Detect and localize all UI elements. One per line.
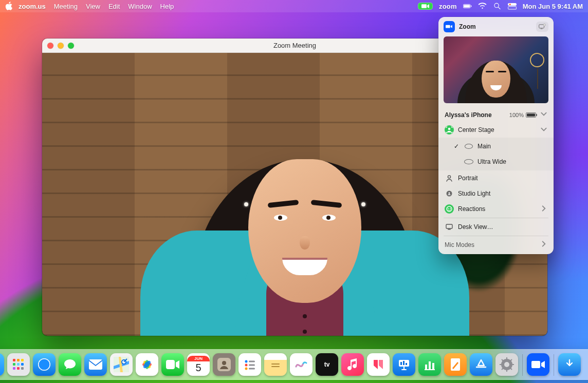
spotlight-icon[interactable] bbox=[493, 3, 502, 10]
svg-rect-59 bbox=[425, 369, 435, 370]
dock-finder[interactable]: 🙂 bbox=[0, 353, 4, 376]
svg-point-11 bbox=[448, 128, 451, 130]
svg-rect-20 bbox=[13, 359, 15, 361]
dock-settings[interactable] bbox=[495, 353, 518, 376]
desk-view-label: Desk View… bbox=[458, 223, 547, 231]
desk-view-icon bbox=[445, 222, 454, 232]
menubar-camera-active-indicator[interactable] bbox=[418, 3, 433, 10]
svg-rect-45 bbox=[249, 365, 255, 366]
reactions-row[interactable]: Reactions bbox=[438, 201, 554, 217]
zoom-app-icon bbox=[444, 21, 455, 32]
menu-meeting[interactable]: Meeting bbox=[54, 3, 78, 10]
svg-rect-43 bbox=[249, 361, 255, 362]
window-fullscreen-button[interactable] bbox=[68, 43, 74, 49]
dock-facetime[interactable] bbox=[161, 353, 184, 376]
portrait-label: Portrait bbox=[458, 175, 547, 182]
svg-point-16 bbox=[448, 208, 449, 209]
svg-rect-47 bbox=[249, 368, 255, 370]
dock-trash[interactable] bbox=[584, 353, 588, 376]
device-name: Alyssa's iPhone bbox=[445, 111, 505, 119]
svg-rect-52 bbox=[401, 369, 407, 370]
mic-modes-label: Mic Modes bbox=[445, 241, 536, 248]
svg-rect-5 bbox=[508, 3, 517, 6]
dock-downloads[interactable] bbox=[558, 353, 581, 376]
svg-rect-2 bbox=[471, 5, 471, 7]
dock-reminders[interactable] bbox=[238, 353, 261, 376]
lens-ultrawide-label: Ultra Wide bbox=[477, 158, 547, 165]
mic-modes-row[interactable]: Mic Modes bbox=[438, 237, 554, 254]
svg-point-14 bbox=[449, 193, 450, 194]
svg-rect-56 bbox=[425, 365, 427, 369]
dock-separator bbox=[554, 354, 554, 376]
apple-logo-icon[interactable] bbox=[5, 2, 12, 11]
dock-tv[interactable]: tv bbox=[316, 353, 338, 376]
menu-help[interactable]: Help bbox=[160, 3, 174, 10]
svg-rect-27 bbox=[17, 367, 20, 370]
dock-zoom[interactable] bbox=[527, 353, 549, 376]
menu-window[interactable]: Window bbox=[128, 3, 152, 10]
dock-freeform[interactable] bbox=[290, 353, 313, 376]
menubar-clock[interactable]: Mon Jun 5 9:41 AM bbox=[523, 3, 583, 10]
center-stage-row[interactable]: Center Stage bbox=[438, 122, 554, 138]
svg-point-12 bbox=[448, 176, 450, 178]
svg-rect-49 bbox=[271, 366, 280, 367]
window-close-button[interactable] bbox=[47, 43, 53, 49]
svg-point-44 bbox=[245, 364, 248, 367]
dock-calendar[interactable]: JUN 5 bbox=[187, 353, 210, 376]
svg-rect-19 bbox=[448, 229, 451, 230]
dock-photos[interactable] bbox=[136, 353, 158, 376]
lens-main-option[interactable]: ✓ Main bbox=[438, 139, 554, 154]
dock-mail[interactable] bbox=[84, 353, 107, 376]
menu-view[interactable]: View bbox=[86, 3, 100, 10]
svg-rect-48 bbox=[271, 363, 280, 365]
wifi-icon[interactable] bbox=[478, 3, 487, 10]
svg-rect-6 bbox=[508, 7, 517, 9]
svg-line-71 bbox=[502, 368, 503, 370]
dock-keynote[interactable] bbox=[393, 353, 415, 376]
svg-rect-57 bbox=[429, 361, 431, 369]
dock-safari[interactable] bbox=[33, 353, 56, 376]
desk-view-row[interactable]: Desk View… bbox=[438, 219, 554, 235]
calendar-day-label: 5 bbox=[195, 361, 201, 374]
control-center-icon[interactable] bbox=[508, 3, 517, 10]
svg-point-46 bbox=[245, 368, 248, 370]
dock-pages[interactable] bbox=[444, 353, 467, 376]
svg-point-7 bbox=[509, 4, 510, 5]
dock-maps[interactable] bbox=[110, 353, 133, 376]
svg-rect-53 bbox=[400, 362, 402, 365]
dock-appstore[interactable] bbox=[470, 353, 492, 376]
studio-light-row[interactable]: Studio Light bbox=[438, 186, 554, 201]
svg-line-4 bbox=[498, 7, 500, 9]
chevron-right-icon bbox=[540, 240, 547, 249]
svg-line-69 bbox=[510, 368, 512, 370]
dock-launchpad[interactable] bbox=[7, 353, 30, 376]
svg-point-10 bbox=[543, 24, 545, 26]
window-minimize-button[interactable] bbox=[58, 43, 64, 49]
studio-light-label: Studio Light bbox=[458, 190, 547, 197]
lens-icon bbox=[464, 142, 473, 151]
desktop-wallpaper: zoom.us Meeting View Edit Window Help zo… bbox=[0, 0, 588, 383]
portrait-effect-row[interactable]: Portrait bbox=[438, 170, 554, 186]
svg-rect-28 bbox=[21, 367, 24, 370]
svg-rect-18 bbox=[446, 224, 452, 228]
dock-messages[interactable] bbox=[59, 353, 81, 376]
panel-disconnect-button[interactable] bbox=[536, 22, 548, 32]
dock-news[interactable] bbox=[367, 353, 390, 376]
svg-point-63 bbox=[504, 362, 509, 367]
calendar-month-label: JUN bbox=[187, 356, 210, 361]
lens-ultrawide-option[interactable]: Ultra Wide bbox=[438, 154, 554, 169]
dock-music[interactable] bbox=[341, 353, 364, 376]
dock-contacts[interactable] bbox=[213, 353, 235, 376]
battery-icon[interactable] bbox=[463, 3, 472, 10]
menubar-app-name[interactable]: zoom.us bbox=[19, 3, 46, 10]
dock-notes[interactable] bbox=[264, 353, 287, 376]
dock-numbers[interactable] bbox=[418, 353, 441, 376]
menu-edit[interactable]: Edit bbox=[108, 3, 120, 10]
menubar-active-app-label[interactable]: zoom bbox=[439, 3, 457, 10]
svg-rect-39 bbox=[166, 360, 175, 369]
chevron-down-icon bbox=[540, 126, 547, 135]
device-row[interactable]: Alyssa's iPhone 100% bbox=[438, 107, 554, 122]
checkmark-icon: ✓ bbox=[453, 143, 460, 150]
svg-rect-26 bbox=[13, 367, 15, 370]
svg-point-17 bbox=[450, 208, 451, 209]
